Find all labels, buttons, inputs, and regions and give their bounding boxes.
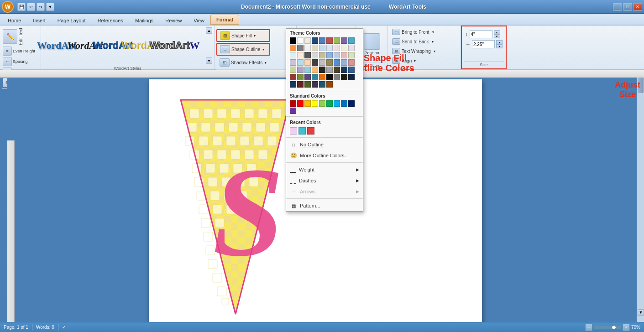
theme-color-swatch[interactable] bbox=[319, 45, 325, 51]
spacing-button[interactable]: ↔ Spacing bbox=[2, 57, 36, 67]
wordart-scroll-up[interactable]: ▲ bbox=[206, 27, 212, 34]
theme-color-swatch[interactable] bbox=[312, 67, 318, 73]
theme-color-swatch[interactable] bbox=[319, 52, 325, 58]
height-down[interactable]: ▼ bbox=[494, 34, 500, 38]
standard-color-swatch[interactable] bbox=[326, 100, 333, 107]
wordart-style-6[interactable]: W bbox=[184, 30, 205, 62]
standard-color-swatch[interactable] bbox=[334, 100, 340, 107]
theme-color-swatch[interactable] bbox=[341, 52, 347, 58]
send-back-button[interactable]: ↓□ Send to Back ▼ bbox=[390, 37, 439, 46]
theme-color-swatch[interactable] bbox=[326, 37, 333, 44]
standard-color-swatch[interactable] bbox=[312, 100, 318, 107]
shape-fill-button[interactable]: ▧ Shape Fill ▼ bbox=[216, 29, 270, 42]
width-down[interactable]: ▼ bbox=[496, 44, 503, 48]
bring-front-button[interactable]: ↑□ Bring to Front ▼ bbox=[390, 27, 439, 36]
theme-color-swatch[interactable] bbox=[341, 37, 347, 44]
theme-color-swatch[interactable] bbox=[326, 45, 333, 51]
theme-color-swatch[interactable] bbox=[312, 45, 318, 51]
tab-mailings[interactable]: Mailings bbox=[129, 16, 159, 25]
height-up[interactable]: ▲ bbox=[494, 30, 500, 34]
theme-color-swatch[interactable] bbox=[304, 45, 311, 51]
theme-color-swatch[interactable] bbox=[304, 37, 311, 44]
theme-color-swatch[interactable] bbox=[297, 52, 304, 58]
theme-color-swatch[interactable] bbox=[304, 52, 311, 58]
wordart-style-1[interactable]: WordArt bbox=[43, 30, 70, 62]
weight-item[interactable]: Weight ▶ bbox=[286, 164, 363, 175]
wordart-style-5[interactable]: WordArt bbox=[156, 30, 183, 62]
theme-color-swatch[interactable] bbox=[312, 37, 318, 44]
theme-color-swatch[interactable] bbox=[304, 67, 311, 73]
shadow-effects-button[interactable]: ◱ Shadow Effects ▼ bbox=[216, 57, 270, 68]
theme-color-swatch[interactable] bbox=[312, 52, 318, 58]
theme-color-swatch[interactable] bbox=[326, 59, 333, 66]
theme-color-swatch[interactable] bbox=[334, 45, 340, 51]
theme-color-swatch[interactable] bbox=[297, 59, 304, 66]
theme-color-swatch[interactable] bbox=[319, 67, 325, 73]
theme-color-swatch[interactable] bbox=[334, 37, 340, 44]
width-up[interactable]: ▲ bbox=[496, 40, 503, 44]
office-button[interactable]: W bbox=[2, 1, 14, 13]
theme-color-swatch[interactable] bbox=[297, 81, 304, 88]
theme-color-swatch[interactable] bbox=[319, 37, 325, 44]
vertical-scrollbar[interactable]: ▲ ▼ bbox=[637, 70, 644, 322]
standard-color-swatch[interactable] bbox=[348, 100, 355, 107]
theme-color-swatch[interactable] bbox=[326, 74, 333, 80]
pattern-item[interactable]: ▦ Pattern... bbox=[286, 200, 363, 211]
theme-color-swatch[interactable] bbox=[341, 67, 347, 73]
theme-color-swatch[interactable] bbox=[341, 74, 347, 80]
theme-color-swatch[interactable] bbox=[319, 59, 325, 66]
theme-color-swatch[interactable] bbox=[348, 59, 355, 66]
theme-color-swatch[interactable] bbox=[290, 67, 296, 73]
edit-text-button[interactable]: ✏️ Edit Text bbox=[2, 27, 24, 46]
theme-color-swatch[interactable] bbox=[304, 59, 311, 66]
tab-review[interactable]: Review bbox=[159, 16, 188, 25]
theme-color-swatch[interactable] bbox=[326, 81, 333, 88]
standard-color-swatch[interactable] bbox=[341, 100, 347, 107]
theme-color-swatch[interactable] bbox=[312, 81, 318, 88]
wordart-scroll-down[interactable]: ▼ bbox=[206, 57, 212, 64]
tab-references[interactable]: References bbox=[92, 16, 129, 25]
tab-view[interactable]: View bbox=[188, 16, 210, 25]
no-outline-item[interactable]: □ No Outline bbox=[286, 139, 363, 150]
theme-color-swatch[interactable] bbox=[319, 74, 325, 80]
theme-color-swatch[interactable] bbox=[341, 45, 347, 51]
theme-color-swatch[interactable] bbox=[334, 74, 340, 80]
recent-color-swatch[interactable] bbox=[298, 127, 306, 135]
zoom-out-button[interactable]: − bbox=[585, 324, 592, 331]
recent-color-swatch[interactable] bbox=[290, 127, 297, 135]
theme-color-swatch[interactable] bbox=[304, 81, 311, 88]
theme-color-swatch[interactable] bbox=[290, 74, 296, 80]
undo-button[interactable]: ↩ bbox=[27, 3, 35, 11]
theme-color-swatch[interactable] bbox=[290, 45, 296, 51]
tab-page-layout[interactable]: Page Layout bbox=[52, 16, 92, 25]
theme-color-swatch[interactable] bbox=[297, 45, 304, 51]
zoom-slider[interactable] bbox=[594, 326, 621, 329]
maximize-button[interactable]: □ bbox=[623, 3, 632, 10]
theme-color-swatch[interactable] bbox=[312, 59, 318, 66]
theme-color-swatch[interactable] bbox=[348, 45, 355, 51]
theme-color-swatch[interactable] bbox=[290, 52, 296, 58]
theme-color-swatch[interactable] bbox=[334, 59, 340, 66]
scroll-down-button[interactable]: ▼ bbox=[638, 309, 644, 316]
theme-color-swatch[interactable] bbox=[334, 67, 340, 73]
customize-button[interactable]: ▼ bbox=[46, 3, 54, 11]
theme-color-swatch[interactable] bbox=[312, 74, 318, 80]
theme-color-swatch[interactable] bbox=[348, 52, 355, 58]
dashes-item[interactable]: Dashes ▶ bbox=[286, 175, 363, 186]
theme-color-swatch[interactable] bbox=[348, 37, 355, 44]
theme-color-swatch[interactable] bbox=[290, 59, 296, 66]
redo-button[interactable]: ↪ bbox=[37, 3, 45, 11]
theme-color-swatch[interactable] bbox=[348, 67, 355, 73]
recent-color-swatch[interactable] bbox=[307, 127, 314, 135]
text-wrapping-button[interactable]: ⊟ Text Wrapping ▼ bbox=[390, 47, 439, 56]
standard-color-swatch[interactable] bbox=[290, 100, 296, 107]
theme-color-swatch[interactable] bbox=[326, 52, 333, 58]
theme-color-swatch[interactable] bbox=[319, 81, 325, 88]
theme-color-swatch[interactable] bbox=[326, 67, 333, 73]
theme-color-swatch[interactable] bbox=[297, 67, 304, 73]
proofing-icon[interactable]: ✓ bbox=[62, 325, 66, 330]
theme-color-swatch[interactable] bbox=[348, 74, 355, 80]
zoom-in-button[interactable]: + bbox=[623, 324, 630, 331]
theme-color-swatch[interactable] bbox=[297, 37, 304, 44]
tab-format[interactable]: Format bbox=[210, 15, 239, 25]
